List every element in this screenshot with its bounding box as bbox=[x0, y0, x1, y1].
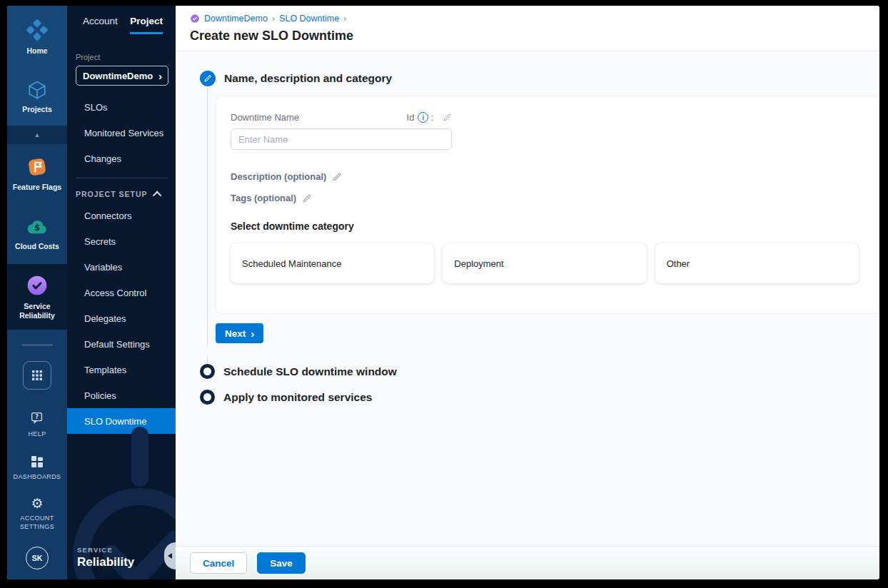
sidebar-item-secrets[interactable]: Secrets bbox=[67, 228, 176, 254]
category-card-other[interactable]: Other bbox=[655, 243, 859, 283]
sidebar-item-monitored-services[interactable]: Monitored Services bbox=[67, 120, 176, 146]
app-window: Home Projects ▲ Feature Flags bbox=[7, 6, 879, 579]
cancel-button[interactable]: Cancel bbox=[190, 552, 247, 574]
project-setup-label: PROJECT SETUP bbox=[76, 190, 148, 198]
step-2-circle[interactable] bbox=[200, 364, 215, 379]
step-2-label: Schedule SLO downtime window bbox=[223, 365, 397, 378]
sidebar-divider bbox=[76, 178, 167, 178]
action-footer: Cancel Save bbox=[176, 546, 879, 579]
next-button[interactable]: Next › bbox=[216, 323, 263, 343]
sidebar-item-default-settings[interactable]: Default Settings bbox=[67, 331, 176, 357]
rail-service-reliability-label: Service Reliability bbox=[14, 302, 60, 320]
page-title: Create new SLO Downtime bbox=[190, 29, 865, 44]
breadcrumb-slo-downtime[interactable]: SLO Downtime bbox=[279, 14, 339, 24]
rail-help-label: HELP bbox=[28, 430, 46, 438]
sidebar-item-access-control[interactable]: Access Control bbox=[67, 280, 176, 305]
rail-item-account-settings[interactable]: ⚙ ACCOUNT SETTINGS bbox=[16, 497, 58, 531]
rail-item-service-reliability[interactable]: Service Reliability bbox=[7, 264, 67, 330]
rail-item-dashboards[interactable]: DASHBOARDS bbox=[13, 455, 61, 481]
svg-text:$: $ bbox=[34, 223, 40, 233]
rail-item-home[interactable]: Home bbox=[7, 6, 67, 69]
sidebar-item-slo-downtime[interactable]: SLO Downtime bbox=[67, 408, 176, 434]
chevron-right-icon: › bbox=[272, 14, 275, 24]
sidebar-item-connectors[interactable]: Connectors bbox=[67, 203, 176, 228]
category-options: Scheduled Maintenance Deployment Other bbox=[231, 243, 862, 283]
project-selector-label: Project bbox=[76, 53, 176, 61]
home-icon bbox=[25, 18, 49, 42]
module-picker-button[interactable] bbox=[23, 361, 51, 390]
step-3-circle[interactable] bbox=[200, 390, 215, 405]
module-rail: Home Projects ▲ Feature Flags bbox=[7, 6, 67, 579]
project-setup-section-header[interactable]: PROJECT SETUP bbox=[67, 184, 176, 203]
rail-item-cloud-costs[interactable]: $ Cloud Costs bbox=[7, 204, 67, 264]
info-icon[interactable]: i bbox=[418, 112, 428, 123]
feature-flags-icon bbox=[26, 156, 49, 178]
sidebar-item-variables[interactable]: Variables bbox=[67, 254, 176, 280]
sidebar-item-policies[interactable]: Policies bbox=[67, 382, 176, 408]
rail-item-feature-flags[interactable]: Feature Flags bbox=[7, 144, 67, 204]
rail-dashboards-label: DASHBOARDS bbox=[13, 472, 61, 481]
id-colon: : bbox=[430, 112, 433, 123]
breadcrumb-project[interactable]: DowntimeDemo bbox=[204, 14, 268, 24]
edit-tags-pencil-icon bbox=[302, 193, 312, 203]
step-2-header[interactable]: Schedule SLO downtime window bbox=[200, 364, 879, 379]
id-label: Id bbox=[407, 112, 415, 123]
chevron-up-icon bbox=[153, 191, 162, 200]
save-button[interactable]: Save bbox=[257, 552, 306, 574]
step-1-edit-icon[interactable] bbox=[200, 71, 216, 86]
gear-icon: ⚙ bbox=[31, 497, 43, 510]
step-3-label: Apply to monitored services bbox=[223, 391, 372, 404]
collapse-arrow-icon bbox=[168, 553, 172, 559]
cloud-costs-icon: $ bbox=[25, 216, 49, 238]
chevron-right-icon: › bbox=[343, 14, 346, 24]
step-1-label: Name, description and category bbox=[224, 72, 392, 85]
category-card-deployment[interactable]: Deployment bbox=[443, 243, 646, 283]
module-footer-title: Reliability bbox=[77, 555, 134, 569]
sidebar-item-delegates[interactable]: Delegates bbox=[67, 305, 176, 331]
help-chat-icon: ? bbox=[29, 410, 45, 426]
tags-label: Tags (optional) bbox=[231, 193, 296, 203]
srm-module-icon bbox=[190, 14, 200, 24]
downtime-name-label: Downtime Name bbox=[231, 112, 299, 123]
sidebar-item-templates[interactable]: Templates bbox=[67, 357, 176, 382]
triangle-up-icon: ▲ bbox=[34, 131, 41, 138]
chevron-right-icon: › bbox=[158, 71, 162, 81]
step-3-header[interactable]: Apply to monitored services bbox=[200, 390, 879, 405]
page-header: DowntimeDemo › SLO Downtime › Create new… bbox=[176, 6, 879, 51]
rail-divider bbox=[7, 330, 67, 360]
tags-toggle[interactable]: Tags (optional) bbox=[231, 193, 862, 203]
tab-account[interactable]: Account bbox=[83, 16, 118, 34]
tab-project[interactable]: Project bbox=[130, 16, 163, 34]
breadcrumb: DowntimeDemo › SLO Downtime › bbox=[190, 14, 865, 24]
downtime-name-input[interactable] bbox=[231, 128, 452, 150]
rail-scroll-up[interactable]: ▲ bbox=[7, 126, 67, 144]
user-avatar[interactable]: SK bbox=[26, 547, 49, 569]
rail-account-settings-label: ACCOUNT SETTINGS bbox=[16, 514, 58, 531]
rail-home-label: Home bbox=[26, 46, 47, 56]
chevron-right-icon: › bbox=[251, 328, 254, 339]
sidebar-nav: SLOs Monitored Services Changes PROJECT … bbox=[67, 94, 176, 434]
step-1-header: Name, description and category bbox=[200, 71, 879, 86]
sidebar-collapse-handle[interactable] bbox=[164, 542, 176, 569]
scope-tabs: Account Project bbox=[67, 6, 176, 34]
rail-feature-flags-label: Feature Flags bbox=[13, 183, 61, 192]
rail-item-help[interactable]: ? HELP bbox=[28, 410, 46, 438]
main-content: DowntimeDemo › SLO Downtime › Create new… bbox=[176, 6, 879, 579]
sidebar-item-slos[interactable]: SLOs bbox=[67, 94, 176, 120]
description-toggle[interactable]: Description (optional) bbox=[231, 171, 862, 182]
grid-icon bbox=[31, 370, 43, 381]
module-footer: SERVICE Reliability bbox=[77, 546, 134, 569]
wizard-body: Name, description and category Downtime … bbox=[176, 51, 879, 546]
dashboards-icon bbox=[30, 455, 44, 469]
category-card-scheduled-maintenance[interactable]: Scheduled Maintenance bbox=[231, 243, 434, 283]
id-group: Id i : bbox=[407, 112, 452, 123]
sidebar-item-changes[interactable]: Changes bbox=[67, 146, 176, 171]
service-reliability-icon bbox=[25, 273, 49, 298]
project-selector[interactable]: DowntimeDemo › bbox=[76, 66, 168, 86]
rail-item-projects[interactable]: Projects bbox=[7, 69, 67, 126]
description-label: Description (optional) bbox=[231, 171, 326, 182]
module-footer-kicker: SERVICE bbox=[77, 546, 134, 554]
projects-cube-icon bbox=[26, 79, 48, 101]
edit-id-pencil-icon[interactable] bbox=[443, 113, 452, 122]
project-name: DowntimeDemo bbox=[83, 71, 153, 81]
